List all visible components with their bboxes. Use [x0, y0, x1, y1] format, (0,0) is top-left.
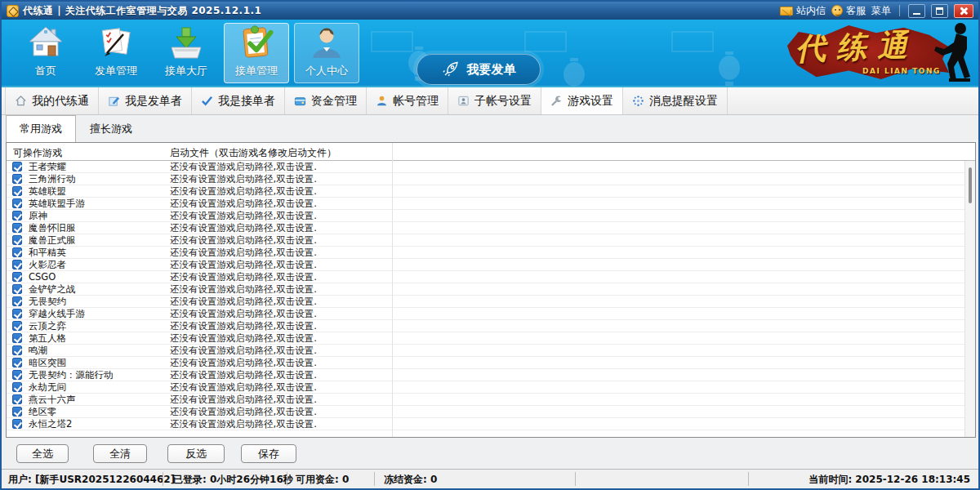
tab-i-am-taker[interactable]: 我是接单者 [192, 87, 285, 114]
launch-path-cell[interactable]: 还没有设置游戏启动路径,双击设置. [170, 271, 317, 283]
game-checkbox[interactable] [12, 345, 22, 355]
table-row[interactable]: 穿越火线手游 还没有设置游戏启动路径,双击设置. [7, 308, 964, 320]
game-checkbox[interactable] [12, 382, 22, 392]
launch-path-cell[interactable]: 还没有设置游戏启动路径,双击设置. [170, 357, 317, 368]
launch-path-cell[interactable]: 还没有设置游戏启动路径,双击设置. [170, 381, 317, 393]
invert-selection-button[interactable]: 反选 [167, 444, 225, 463]
customer-service-button[interactable]: 客服 [831, 4, 866, 18]
game-name: 无畏契约 [29, 296, 66, 307]
minimize-button[interactable] [908, 4, 925, 18]
launch-path-cell[interactable]: 还没有设置游戏启动路径,双击设置. [170, 234, 317, 246]
launch-path-cell[interactable]: 还没有设置游戏启动路径,双击设置. [170, 210, 317, 221]
save-button[interactable]: 保存 [241, 444, 296, 463]
table-row[interactable]: CSGO 还没有设置游戏启动路径,双击设置. [7, 271, 964, 283]
inbox-label: 站内信 [796, 4, 826, 18]
table-row[interactable]: 燕云十六声 还没有设置游戏启动路径,双击设置. [7, 394, 964, 406]
game-checkbox[interactable] [12, 186, 22, 196]
launch-path-cell[interactable]: 还没有设置游戏启动路径,双击设置. [170, 394, 317, 405]
table-row[interactable]: 绝区零 还没有设置游戏启动路径,双击设置. [7, 406, 964, 418]
tab-account-management[interactable]: 帐号管理 [367, 87, 448, 114]
profile-icon [309, 24, 345, 60]
launch-path-cell[interactable]: 还没有设置游戏启动路径,双击设置. [170, 185, 317, 197]
launch-path-cell[interactable]: 还没有设置游戏启动路径,双击设置. [170, 345, 317, 356]
table-row[interactable]: 云顶之弈 还没有设置游戏启动路径,双击设置. [7, 320, 964, 332]
select-all-button[interactable]: 全选 [16, 444, 69, 463]
table-row[interactable]: 火影忍者 还没有设置游戏启动路径,双击设置. [7, 259, 964, 271]
game-checkbox[interactable] [12, 247, 22, 257]
game-checkbox[interactable] [12, 333, 22, 343]
close-button[interactable] [954, 4, 973, 18]
table-row[interactable]: 王者荣耀 还没有设置游戏启动路径,双击设置. [7, 161, 964, 173]
maximize-button[interactable] [931, 4, 948, 18]
toolbar-item-post-orders[interactable]: 发单管理 [83, 23, 149, 83]
game-checkbox[interactable] [12, 419, 22, 429]
tab-funds-management[interactable]: 资金管理 [285, 87, 367, 114]
game-checkbox[interactable] [12, 309, 22, 318]
toolbar-item-order-hall[interactable]: 接单大厅 [154, 23, 219, 83]
menu-button[interactable]: 菜单 [871, 4, 891, 18]
launch-path-cell[interactable]: 还没有设置游戏启动路径,双击设置. [170, 247, 317, 258]
table-row[interactable]: 永恒之塔2 还没有设置游戏启动路径,双击设置. [7, 418, 964, 430]
launch-path-cell[interactable]: 还没有设置游戏启动路径,双击设置. [170, 332, 317, 344]
table-row[interactable]: 魔兽正式服 还没有设置游戏启动路径,双击设置. [7, 234, 964, 247]
table-row[interactable]: 英雄联盟 还没有设置游戏启动路径,双击设置. [7, 185, 964, 198]
game-checkbox[interactable] [12, 296, 22, 306]
subtab-common-games[interactable]: 常用游戏 [6, 115, 76, 142]
table-row[interactable]: 鸣潮 还没有设置游戏启动路径,双击设置. [7, 345, 964, 357]
toolbar-item-home[interactable]: 首页 [13, 23, 78, 83]
table-row[interactable]: 三角洲行动 还没有设置游戏启动路径,双击设置. [7, 173, 964, 185]
post-order-cta-button[interactable]: 我要发单 [416, 54, 541, 85]
launch-path-cell[interactable]: 还没有设置游戏启动路径,双击设置. [170, 308, 317, 319]
tab-subaccount-settings[interactable]: 子帐号设置 [448, 87, 541, 114]
table-row[interactable]: 英雄联盟手游 还没有设置游戏启动路径,双击设置. [7, 198, 964, 210]
launch-path-cell[interactable]: 还没有设置游戏启动路径,双击设置. [170, 369, 317, 381]
launch-path-cell[interactable]: 还没有设置游戏启动路径,双击设置. [170, 418, 317, 430]
tab-message-alert-settings[interactable]: 消息提醒设置 [623, 87, 728, 114]
game-checkbox[interactable] [12, 260, 22, 270]
subtab-skilled-games[interactable]: 擅长游戏 [76, 115, 146, 142]
game-checkbox[interactable] [12, 162, 22, 172]
clear-all-button[interactable]: 全清 [93, 444, 147, 463]
table-row[interactable]: 魔兽怀旧服 还没有设置游戏启动路径,双击设置. [7, 222, 964, 234]
tab-i-am-poster[interactable]: 我是发单者 [99, 87, 192, 114]
toolbar-item-profile[interactable]: 个人中心 [294, 23, 359, 83]
game-name: CSGO [29, 271, 56, 283]
launch-path-cell[interactable]: 还没有设置游戏启动路径,双击设置. [170, 173, 317, 185]
tab-my-dailiantong[interactable]: 我的代练通 [5, 87, 99, 114]
game-checkbox[interactable] [12, 235, 22, 245]
launch-path-cell[interactable]: 还没有设置游戏启动路径,双击设置. [170, 296, 317, 307]
launch-path-cell[interactable]: 还没有设置游戏启动路径,双击设置. [170, 198, 317, 209]
game-checkbox[interactable] [12, 394, 22, 404]
table-row[interactable]: 暗区突围 还没有设置游戏启动路径,双击设置. [7, 357, 964, 369]
launch-path-cell[interactable]: 还没有设置游戏启动路径,双击设置. [170, 259, 317, 270]
table-row[interactable]: 永劫无间 还没有设置游戏启动路径,双击设置. [7, 381, 964, 394]
table-row[interactable]: 第五人格 还没有设置游戏启动路径,双击设置. [7, 332, 964, 345]
app-logo: 代练通 DAI LIAN TONG [782, 20, 977, 86]
game-checkbox[interactable] [12, 407, 22, 416]
game-checkbox[interactable] [12, 284, 22, 294]
game-checkbox[interactable] [12, 272, 22, 282]
launch-path-cell[interactable]: 还没有设置游戏启动路径,双击设置. [170, 222, 317, 234]
main-toolbar: 首页 发单管理 接单大厅 [2, 20, 978, 86]
inbox-button[interactable]: 站内信 [780, 4, 826, 18]
game-checkbox[interactable] [12, 370, 22, 380]
table-row[interactable]: 无畏契约 还没有设置游戏启动路径,双击设置. [7, 296, 964, 308]
game-checkbox[interactable] [12, 321, 22, 331]
launch-path-cell[interactable]: 还没有设置游戏启动路径,双击设置. [170, 406, 317, 417]
game-checkbox[interactable] [12, 223, 22, 233]
game-checkbox[interactable] [12, 358, 22, 368]
tab-game-settings[interactable]: 游戏设置 [541, 87, 623, 114]
launch-path-cell[interactable]: 还没有设置游戏启动路径,双击设置. [170, 283, 317, 295]
game-checkbox[interactable] [12, 198, 22, 208]
launch-path-cell[interactable]: 还没有设置游戏启动路径,双击设置. [170, 161, 317, 172]
table-row[interactable]: 和平精英 还没有设置游戏启动路径,双击设置. [7, 247, 964, 259]
table-row[interactable]: 无畏契约：源能行动 还没有设置游戏启动路径,双击设置. [7, 369, 964, 381]
launch-path-cell[interactable]: 还没有设置游戏启动路径,双击设置. [170, 320, 317, 332]
game-checkbox[interactable] [12, 174, 22, 184]
table-row[interactable]: 金铲铲之战 还没有设置游戏启动路径,双击设置. [7, 283, 964, 296]
game-checkbox[interactable] [12, 211, 22, 220]
table-row[interactable]: 原神 还没有设置游戏启动路径,双击设置. [7, 210, 964, 222]
toolbar-item-order-manage[interactable]: 接单管理 [224, 23, 289, 83]
scrollbar-thumb[interactable] [969, 167, 972, 203]
vertical-scrollbar[interactable] [964, 161, 975, 437]
